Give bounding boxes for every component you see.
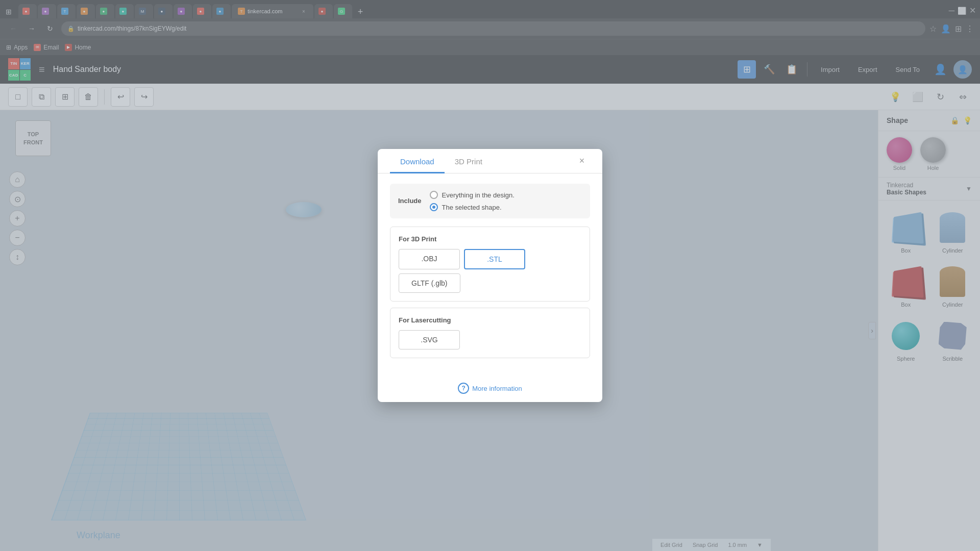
obj-format-button[interactable]: .OBJ <box>399 249 460 269</box>
print-tab[interactable]: 3D Print <box>445 149 493 173</box>
more-info-row[interactable]: ? More information <box>378 374 602 402</box>
download-tab[interactable]: Download <box>390 149 445 173</box>
download-modal: Download 3D Print × Include Everything i… <box>378 149 602 402</box>
lasercutting-formats: .SVG <box>399 330 581 349</box>
include-selected-row[interactable]: The selected shape. <box>430 203 514 211</box>
more-info-label: More information <box>472 385 522 392</box>
modal-body: Include Everything in the design. The se… <box>378 173 602 374</box>
modal-close-button[interactable]: × <box>574 153 590 169</box>
modal-tabs: Download 3D Print × <box>378 149 602 173</box>
gltf-format-button[interactable]: GLTF (.glb) <box>399 273 460 293</box>
3d-print-title: For 3D Print <box>399 235 581 243</box>
include-section: Include Everything in the design. The se… <box>390 184 590 218</box>
stl-format-button[interactable]: .STL <box>464 249 525 269</box>
modal-overlay[interactable]: Download 3D Print × Include Everything i… <box>0 0 980 551</box>
include-label: Include <box>398 197 422 205</box>
lasercutting-title: For Lasercutting <box>399 316 581 324</box>
3d-print-formats: .OBJ .STL GLTF (.glb) <box>399 249 581 293</box>
lasercutting-section: For Lasercutting .SVG <box>390 308 590 358</box>
3d-print-section: For 3D Print .OBJ .STL GLTF (.glb) <box>390 227 590 302</box>
include-everything-row[interactable]: Everything in the design. <box>430 191 514 199</box>
svg-format-button[interactable]: .SVG <box>399 330 460 349</box>
include-everything-radio[interactable] <box>430 191 438 199</box>
info-icon: ? <box>458 383 469 394</box>
include-selected-radio[interactable] <box>430 203 438 211</box>
